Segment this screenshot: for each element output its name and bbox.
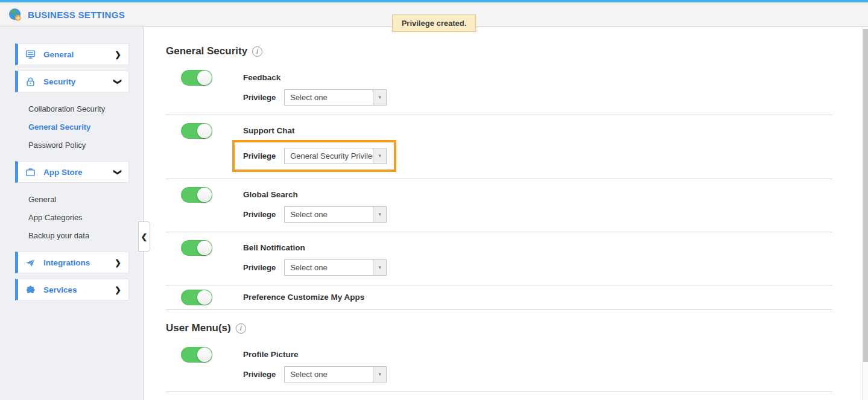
toggle-switch[interactable] (181, 347, 212, 363)
privilege-label: Privilege (243, 370, 276, 379)
settings-section: User Menu(s) Profile Picture Privilege S… (166, 322, 862, 400)
toggle-knob (197, 124, 212, 138)
paper-plane-gear-icon (25, 258, 36, 268)
privilege-select[interactable]: Select one (284, 259, 387, 276)
section-title-text: User Menu(s) (166, 322, 231, 334)
info-icon[interactable] (236, 323, 246, 334)
privilege-row-highlighted: Privilege General Security Privilege (232, 140, 396, 172)
toggle-switch[interactable] (181, 123, 212, 139)
privilege-label: Privilege (243, 93, 276, 102)
privilege-select[interactable]: General Security Privilege (284, 148, 387, 164)
sidebar-subitem-app-categories[interactable]: App Categories (28, 208, 143, 226)
toggle-knob (197, 71, 212, 85)
setting-row-bell-notification: Bell Notification Privilege Select one (166, 232, 832, 285)
setting-label: Bell Notification (243, 240, 387, 252)
privilege-label: Privilege (243, 263, 276, 272)
sidebar-item-general[interactable]: General ❯ (15, 43, 129, 65)
sidebar-subitem-password-policy[interactable]: Password Policy (28, 136, 143, 154)
section-title: User Menu(s) (166, 322, 862, 334)
sidebar-item-services[interactable]: Services ❯ (15, 279, 129, 300)
sidebar-subitem-backup-your-data[interactable]: Backup your data (28, 226, 143, 244)
setting-row-profile-picture: Profile Picture Privilege Select one (166, 339, 832, 392)
setting-label: Feedback (243, 70, 387, 82)
privilege-row: Privilege Select one (243, 89, 387, 106)
toggle-knob (197, 188, 212, 202)
toggle-knob (197, 290, 212, 305)
chevron-down-icon (373, 90, 386, 105)
sidebar-item-integrations[interactable]: Integrations ❯ (15, 252, 129, 273)
section-title: General Security (166, 45, 862, 57)
chevron-down-icon (373, 367, 386, 382)
chevron-right-icon: ❯ (115, 285, 121, 294)
sidebar-item-security[interactable]: Security ❯ (15, 71, 129, 92)
sidebar-subitem-collaboration-security[interactable]: Collaboration Security (28, 100, 143, 118)
vertical-scrollbar[interactable] (862, 27, 868, 400)
toggle-knob (197, 241, 212, 255)
chevron-down-icon: ❯ (113, 78, 122, 85)
sidebar-sublist: General App Categories Backup your data (0, 188, 143, 252)
setting-row-feedback: Feedback Privilege Select one (166, 62, 832, 115)
toggle-switch[interactable] (181, 240, 212, 256)
setting-label: Global Search (243, 187, 387, 199)
globe-gear-icon (8, 8, 22, 22)
main-content: General Security Feedback Privilege Sele… (144, 27, 862, 400)
toggle-switch[interactable] (181, 70, 212, 86)
privilege-select-value: General Security Privilege (285, 148, 373, 163)
privilege-row: Privilege Select one (243, 206, 387, 223)
privilege-row: Privilege Select one (243, 366, 387, 383)
privilege-label: Privilege (243, 210, 276, 219)
privilege-row: Privilege Select one (243, 259, 387, 276)
setting-label: Preference Customize My Apps (243, 290, 364, 302)
scrollbar-thumb[interactable] (863, 29, 868, 362)
chevron-down-icon: ❯ (113, 169, 122, 176)
page-title: BUSINESS SETTINGS (28, 10, 125, 20)
briefcase-icon (25, 167, 36, 177)
setting-label: Profile Picture (243, 347, 387, 359)
chevron-down-icon (373, 260, 386, 275)
setting-row-preference-customize-my-apps: Preference Customize My Apps (166, 285, 832, 310)
setting-row-support-chat: Support Chat Privilege General Security … (166, 115, 832, 179)
chevron-right-icon: ❯ (115, 258, 121, 267)
toast-privilege-created: Privilege created. (392, 14, 477, 32)
setting-row-assignment-alerts: Assignment Alerts Privilege Select one (166, 392, 832, 400)
setting-label: Support Chat (243, 123, 396, 135)
toggle-switch[interactable] (181, 290, 212, 305)
sidebar: General ❯ Security ❯ Collaboration Secur… (0, 27, 144, 400)
privilege-select[interactable]: Select one (284, 206, 387, 223)
sidebar-sublist: Collaboration Security General Security … (0, 98, 143, 161)
privilege-select[interactable]: Select one (284, 366, 387, 383)
sidebar-subitem-general[interactable]: General (28, 190, 143, 208)
settings-section: General Security Feedback Privilege Sele… (166, 45, 862, 310)
privilege-select[interactable]: Select one (284, 89, 387, 106)
toggle-knob (197, 348, 212, 362)
monitor-icon (25, 49, 36, 60)
privilege-select-value: Select one (285, 260, 373, 275)
chevron-down-icon (373, 207, 386, 222)
privilege-label: Privilege (243, 151, 276, 160)
info-icon[interactable] (252, 46, 262, 57)
puzzle-icon (25, 285, 36, 295)
toggle-switch[interactable] (181, 187, 212, 203)
setting-row-global-search: Global Search Privilege Select one (166, 179, 832, 232)
lock-icon (25, 77, 36, 87)
chevron-down-icon (373, 148, 386, 163)
privilege-select-value: Select one (285, 367, 373, 382)
sidebar-collapse-button[interactable]: ❮ (138, 221, 150, 252)
sidebar-item-app-store[interactable]: App Store ❯ (15, 161, 129, 183)
section-title-text: General Security (166, 45, 247, 57)
privilege-select-value: Select one (285, 207, 373, 222)
chevron-right-icon: ❯ (115, 50, 121, 59)
privilege-select-value: Select one (285, 90, 373, 105)
sidebar-subitem-general-security[interactable]: General Security (28, 118, 143, 136)
